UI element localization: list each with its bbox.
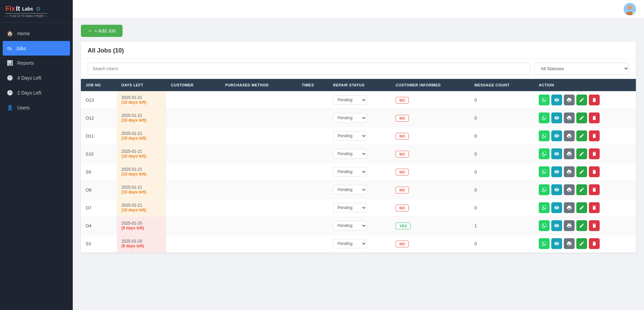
cell-days-left: 2025-01-21 (10 days left) <box>117 91 166 109</box>
delete-button[interactable] <box>589 238 600 249</box>
cell-customer: ████████ <box>166 163 220 181</box>
whatsapp-button[interactable] <box>539 184 550 195</box>
cell-purchased <box>221 217 297 235</box>
action-buttons <box>539 202 631 213</box>
sidebar-item-2days[interactable]: 🕐 2 Days Left <box>0 85 73 100</box>
whatsapp-button[interactable] <box>539 130 550 141</box>
view-button[interactable] <box>551 95 562 105</box>
informed-badge: NO <box>396 205 409 211</box>
print-button[interactable] <box>564 112 575 123</box>
add-job-label: + Add Job <box>94 28 116 34</box>
print-button[interactable] <box>564 202 575 213</box>
repair-status-select[interactable]: Pending In Progress Completed <box>333 149 367 159</box>
jobs-table: JOB NO DAYS LEFT CUSTOMER PURCHASED METH… <box>81 79 636 253</box>
clock-2days-icon: 🕐 <box>7 90 13 96</box>
view-button[interactable] <box>551 202 562 213</box>
edit-button[interactable] <box>576 112 587 123</box>
delete-button[interactable] <box>589 184 600 195</box>
sidebar-item-4days[interactable]: 🕐 4 Days Left <box>0 70 73 85</box>
cell-job-no: O8 <box>81 181 117 199</box>
print-button[interactable] <box>564 148 575 159</box>
edit-button[interactable] <box>576 130 587 141</box>
table-row: O11 2025-01-21 (10 days left) ██████ ██ … <box>81 127 636 145</box>
clock-4days-icon: 🕐 <box>7 75 13 81</box>
whatsapp-button[interactable] <box>539 238 550 249</box>
view-button[interactable] <box>551 238 562 249</box>
print-button[interactable] <box>564 95 575 105</box>
status-filter-select[interactable]: All Statuses Pending In Progress Complet… <box>534 63 629 75</box>
days-left-text: (10 days left) <box>121 208 162 212</box>
table-row: O12 2025-01-21 (10 days left) ████ ██ Pe… <box>81 109 636 127</box>
whatsapp-button[interactable] <box>539 202 550 213</box>
times-value: ██ <box>302 98 308 103</box>
whatsapp-button[interactable] <box>539 166 550 177</box>
informed-badge: NO <box>396 97 409 104</box>
edit-button[interactable] <box>576 220 587 231</box>
col-action: ACTION <box>534 79 636 91</box>
sidebar-item-jobs[interactable]: 🛍 Jobs <box>3 41 70 56</box>
repair-status-select[interactable]: Pending In Progress Completed <box>333 113 367 123</box>
cell-days-left: 2025-01-21 (10 days left) <box>117 181 166 199</box>
print-button[interactable] <box>564 130 575 141</box>
edit-button[interactable] <box>576 202 587 213</box>
cell-action <box>534 109 636 127</box>
repair-status-select[interactable]: Pending In Progress Completed <box>333 185 367 194</box>
col-repair-status: REPAIR STATUS <box>328 79 391 91</box>
delete-button[interactable] <box>589 166 600 177</box>
avatar[interactable] <box>624 3 636 15</box>
sidebar-item-reports[interactable]: 📊 Reports <box>0 56 73 70</box>
print-button[interactable] <box>564 220 575 231</box>
delete-button[interactable] <box>589 130 600 141</box>
table-header-row: JOB NO DAYS LEFT CUSTOMER PURCHASED METH… <box>81 79 636 91</box>
delete-button[interactable] <box>589 220 600 231</box>
edit-button[interactable] <box>576 184 587 195</box>
repair-status-select[interactable]: Pending In Progress Completed <box>333 239 367 248</box>
informed-badge: NO <box>396 169 409 175</box>
sidebar-item-home[interactable]: 🏠 Home <box>0 26 73 41</box>
sidebar-item-users[interactable]: 👤 Users <box>0 100 73 115</box>
print-button[interactable] <box>564 238 575 249</box>
print-button[interactable] <box>564 166 575 177</box>
cell-repair-status: Pending In Progress Completed <box>328 181 391 199</box>
repair-status-select[interactable]: Pending In Progress Completed <box>333 131 367 141</box>
cell-repair-status: Pending In Progress Completed <box>328 145 391 163</box>
repair-status-select[interactable]: Pending In Progress Completed <box>333 167 367 177</box>
view-button[interactable] <box>551 130 562 141</box>
search-input[interactable] <box>88 63 530 75</box>
repair-status-select[interactable]: Pending In Progress Completed <box>333 221 367 230</box>
view-button[interactable] <box>551 184 562 195</box>
view-button[interactable] <box>551 148 562 159</box>
col-job-no: JOB NO <box>81 79 117 91</box>
days-date: 2025-01-21 <box>121 167 162 172</box>
table-head: JOB NO DAYS LEFT CUSTOMER PURCHASED METH… <box>81 79 636 91</box>
repair-status-select[interactable]: Pending In Progress Completed <box>333 95 367 105</box>
view-button[interactable] <box>551 166 562 177</box>
cell-days-left: 2025-01-21 (10 days left) <box>117 109 166 127</box>
whatsapp-button[interactable] <box>539 148 550 159</box>
edit-button[interactable] <box>576 148 587 159</box>
delete-button[interactable] <box>589 112 600 123</box>
edit-button[interactable] <box>576 95 587 105</box>
edit-button[interactable] <box>576 166 587 177</box>
times-value: ██ <box>302 205 308 210</box>
whatsapp-button[interactable] <box>539 95 550 105</box>
days-date: 2025-01-20 <box>121 239 162 244</box>
cell-customer: ██████ <box>166 181 220 199</box>
print-button[interactable] <box>564 184 575 195</box>
cell-times: ██ <box>297 217 329 235</box>
view-button[interactable] <box>551 112 562 123</box>
delete-button[interactable] <box>589 148 600 159</box>
add-job-button[interactable]: ＋ + Add Job <box>81 25 123 37</box>
whatsapp-button[interactable] <box>539 220 550 231</box>
whatsapp-button[interactable] <box>539 112 550 123</box>
cell-customer: ████████ <box>166 199 220 217</box>
delete-button[interactable] <box>589 95 600 105</box>
repair-status-select[interactable]: Pending In Progress Completed <box>333 203 367 212</box>
delete-button[interactable] <box>589 202 600 213</box>
cell-job-no: O11 <box>81 127 117 145</box>
view-button[interactable] <box>551 220 562 231</box>
col-customer: CUSTOMER <box>166 79 220 91</box>
informed-badge: YES <box>396 223 410 229</box>
edit-button[interactable] <box>576 238 587 249</box>
cell-msg-count: 0 <box>470 163 534 181</box>
